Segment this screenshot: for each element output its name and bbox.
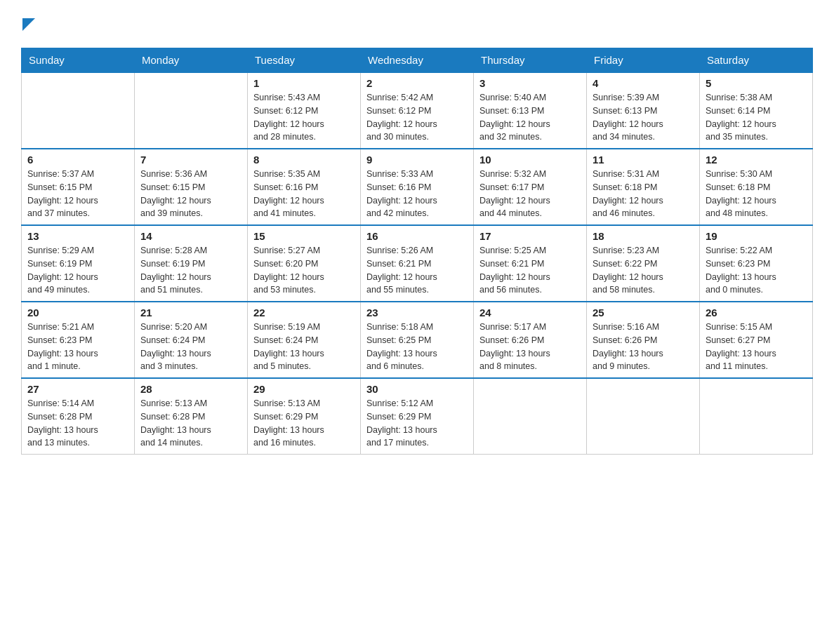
calendar-cell: 20Sunrise: 5:21 AM Sunset: 6:23 PM Dayli… (22, 302, 135, 378)
day-number: 9 (366, 154, 468, 166)
logo-arrow-icon (22, 18, 35, 31)
calendar-cell: 17Sunrise: 5:25 AM Sunset: 6:21 PM Dayli… (474, 225, 587, 302)
day-info: Sunrise: 5:30 AM Sunset: 6:18 PM Dayligh… (706, 168, 807, 220)
calendar-cell: 30Sunrise: 5:12 AM Sunset: 6:29 PM Dayli… (361, 378, 474, 455)
calendar-cell: 26Sunrise: 5:15 AM Sunset: 6:27 PM Dayli… (700, 302, 813, 378)
day-info: Sunrise: 5:25 AM Sunset: 6:21 PM Dayligh… (479, 244, 581, 297)
day-info: Sunrise: 5:14 AM Sunset: 6:28 PM Dayligh… (27, 397, 128, 450)
day-of-week-header: Saturday (700, 48, 813, 73)
day-number: 10 (479, 154, 581, 166)
calendar-cell: 29Sunrise: 5:13 AM Sunset: 6:29 PM Dayli… (248, 378, 361, 455)
day-info: Sunrise: 5:20 AM Sunset: 6:24 PM Dayligh… (140, 321, 241, 373)
day-number: 2 (366, 77, 468, 89)
calendar-cell (587, 378, 700, 455)
logo (21, 14, 35, 34)
day-info: Sunrise: 5:38 AM Sunset: 6:14 PM Dayligh… (706, 91, 807, 144)
day-info: Sunrise: 5:18 AM Sunset: 6:25 PM Dayligh… (366, 321, 468, 373)
day-number: 17 (479, 230, 581, 242)
calendar-cell: 27Sunrise: 5:14 AM Sunset: 6:28 PM Dayli… (22, 378, 135, 455)
day-info: Sunrise: 5:19 AM Sunset: 6:24 PM Dayligh… (253, 321, 355, 373)
day-of-week-header: Friday (587, 48, 700, 73)
day-number: 27 (27, 383, 128, 395)
day-number: 20 (27, 307, 128, 318)
calendar-week-row: 27Sunrise: 5:14 AM Sunset: 6:28 PM Dayli… (22, 378, 813, 455)
calendar-cell: 7Sunrise: 5:36 AM Sunset: 6:15 PM Daylig… (135, 149, 248, 225)
day-number: 3 (479, 77, 581, 89)
day-number: 11 (593, 154, 694, 166)
calendar-cell: 5Sunrise: 5:38 AM Sunset: 6:14 PM Daylig… (700, 72, 813, 149)
calendar-cell: 4Sunrise: 5:39 AM Sunset: 6:13 PM Daylig… (587, 72, 700, 149)
day-info: Sunrise: 5:35 AM Sunset: 6:16 PM Dayligh… (253, 168, 355, 220)
calendar-cell: 15Sunrise: 5:27 AM Sunset: 6:20 PM Dayli… (248, 225, 361, 302)
day-number: 25 (593, 307, 694, 318)
day-info: Sunrise: 5:36 AM Sunset: 6:15 PM Dayligh… (140, 168, 241, 220)
calendar-cell: 6Sunrise: 5:37 AM Sunset: 6:15 PM Daylig… (22, 149, 135, 225)
calendar-cell: 9Sunrise: 5:33 AM Sunset: 6:16 PM Daylig… (361, 149, 474, 225)
page-header (21, 14, 813, 34)
calendar-cell: 13Sunrise: 5:29 AM Sunset: 6:19 PM Dayli… (22, 225, 135, 302)
day-info: Sunrise: 5:13 AM Sunset: 6:28 PM Dayligh… (140, 397, 241, 450)
day-info: Sunrise: 5:16 AM Sunset: 6:26 PM Dayligh… (593, 321, 694, 373)
calendar-cell (474, 378, 587, 455)
calendar-week-row: 6Sunrise: 5:37 AM Sunset: 6:15 PM Daylig… (22, 149, 813, 225)
calendar-cell: 22Sunrise: 5:19 AM Sunset: 6:24 PM Dayli… (248, 302, 361, 378)
day-number: 28 (140, 383, 241, 395)
day-number: 5 (706, 77, 807, 89)
day-info: Sunrise: 5:28 AM Sunset: 6:19 PM Dayligh… (140, 244, 241, 297)
day-of-week-header: Wednesday (361, 48, 474, 73)
calendar-cell: 10Sunrise: 5:32 AM Sunset: 6:17 PM Dayli… (474, 149, 587, 225)
day-number: 13 (27, 230, 128, 242)
calendar-cell: 3Sunrise: 5:40 AM Sunset: 6:13 PM Daylig… (474, 72, 587, 149)
calendar-week-row: 1Sunrise: 5:43 AM Sunset: 6:12 PM Daylig… (22, 72, 813, 149)
day-of-week-header: Thursday (474, 48, 587, 73)
day-number: 15 (253, 230, 355, 242)
calendar-cell: 11Sunrise: 5:31 AM Sunset: 6:18 PM Dayli… (587, 149, 700, 225)
day-number: 6 (27, 154, 128, 166)
day-info: Sunrise: 5:15 AM Sunset: 6:27 PM Dayligh… (706, 321, 807, 373)
day-info: Sunrise: 5:42 AM Sunset: 6:12 PM Dayligh… (366, 91, 468, 144)
day-number: 21 (140, 307, 241, 318)
calendar-header-row: SundayMondayTuesdayWednesdayThursdayFrid… (22, 48, 813, 73)
day-info: Sunrise: 5:21 AM Sunset: 6:23 PM Dayligh… (27, 321, 128, 373)
calendar-cell: 19Sunrise: 5:22 AM Sunset: 6:23 PM Dayli… (700, 225, 813, 302)
calendar-cell: 24Sunrise: 5:17 AM Sunset: 6:26 PM Dayli… (474, 302, 587, 378)
day-info: Sunrise: 5:39 AM Sunset: 6:13 PM Dayligh… (593, 91, 694, 144)
calendar-cell: 12Sunrise: 5:30 AM Sunset: 6:18 PM Dayli… (700, 149, 813, 225)
day-number: 22 (253, 307, 355, 318)
calendar-cell: 8Sunrise: 5:35 AM Sunset: 6:16 PM Daylig… (248, 149, 361, 225)
calendar-table: SundayMondayTuesdayWednesdayThursdayFrid… (21, 48, 813, 455)
calendar-cell: 14Sunrise: 5:28 AM Sunset: 6:19 PM Dayli… (135, 225, 248, 302)
day-info: Sunrise: 5:26 AM Sunset: 6:21 PM Dayligh… (366, 244, 468, 297)
day-info: Sunrise: 5:40 AM Sunset: 6:13 PM Dayligh… (479, 91, 581, 144)
calendar-cell: 16Sunrise: 5:26 AM Sunset: 6:21 PM Dayli… (361, 225, 474, 302)
day-info: Sunrise: 5:37 AM Sunset: 6:15 PM Dayligh… (27, 168, 128, 220)
calendar-week-row: 13Sunrise: 5:29 AM Sunset: 6:19 PM Dayli… (22, 225, 813, 302)
day-number: 26 (706, 307, 807, 318)
day-number: 14 (140, 230, 241, 242)
day-info: Sunrise: 5:27 AM Sunset: 6:20 PM Dayligh… (253, 244, 355, 297)
day-of-week-header: Tuesday (248, 48, 361, 73)
day-of-week-header: Monday (135, 48, 248, 73)
day-of-week-header: Sunday (22, 48, 135, 73)
calendar-cell: 23Sunrise: 5:18 AM Sunset: 6:25 PM Dayli… (361, 302, 474, 378)
calendar-cell: 28Sunrise: 5:13 AM Sunset: 6:28 PM Dayli… (135, 378, 248, 455)
day-info: Sunrise: 5:29 AM Sunset: 6:19 PM Dayligh… (27, 244, 128, 297)
day-info: Sunrise: 5:13 AM Sunset: 6:29 PM Dayligh… (253, 397, 355, 450)
calendar-cell: 21Sunrise: 5:20 AM Sunset: 6:24 PM Dayli… (135, 302, 248, 378)
day-info: Sunrise: 5:43 AM Sunset: 6:12 PM Dayligh… (253, 91, 355, 144)
day-number: 12 (706, 154, 807, 166)
calendar-cell: 2Sunrise: 5:42 AM Sunset: 6:12 PM Daylig… (361, 72, 474, 149)
calendar-cell: 25Sunrise: 5:16 AM Sunset: 6:26 PM Dayli… (587, 302, 700, 378)
calendar-cell (135, 72, 248, 149)
day-info: Sunrise: 5:17 AM Sunset: 6:26 PM Dayligh… (479, 321, 581, 373)
day-number: 7 (140, 154, 241, 166)
day-number: 1 (253, 77, 355, 89)
day-info: Sunrise: 5:33 AM Sunset: 6:16 PM Dayligh… (366, 168, 468, 220)
day-number: 30 (366, 383, 468, 395)
day-number: 24 (479, 307, 581, 318)
day-number: 29 (253, 383, 355, 395)
calendar-cell: 1Sunrise: 5:43 AM Sunset: 6:12 PM Daylig… (248, 72, 361, 149)
day-number: 23 (366, 307, 468, 318)
day-number: 8 (253, 154, 355, 166)
day-info: Sunrise: 5:23 AM Sunset: 6:22 PM Dayligh… (593, 244, 694, 297)
